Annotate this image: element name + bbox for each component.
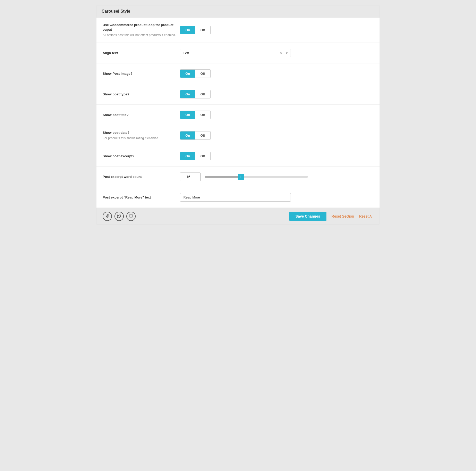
label-title-show-post-type: Show post type? <box>103 92 180 97</box>
footer: Save Changes Reset Section Reset All <box>96 208 380 225</box>
toggle-on-show-post-title[interactable]: On <box>180 111 195 119</box>
control-show-post-type: On Off <box>180 90 373 98</box>
read-more-input[interactable] <box>180 193 291 202</box>
toggle-off-show-post-date[interactable]: Off <box>195 131 210 139</box>
word-count-slider-wrapper: || <box>205 176 308 178</box>
reset-section-button[interactable]: Reset Section <box>332 214 354 218</box>
footer-icons <box>103 212 136 221</box>
twitter-icon-button[interactable] <box>114 212 124 221</box>
setting-label-word-count: Post excerpt word count <box>103 175 180 179</box>
label-title-word-count: Post excerpt word count <box>103 175 180 179</box>
facebook-icon <box>105 214 109 218</box>
word-count-slider-track: || <box>205 176 308 178</box>
plugin-icon-button[interactable] <box>126 212 136 221</box>
toggle-off-show-post-image[interactable]: Off <box>195 70 210 78</box>
control-show-post-title: On Off <box>180 111 373 119</box>
toggle-on-show-post-date[interactable]: On <box>180 131 195 139</box>
svg-rect-0 <box>129 215 133 217</box>
setting-row-show-post-type: Show post type? On Off <box>96 84 380 105</box>
setting-row-read-more: Post excerpt "Read More" text <box>96 187 380 208</box>
select-clear-icon[interactable]: ✕ <box>280 51 283 55</box>
setting-label-woocommerce-loop: Use woocommerce product loop for product… <box>103 23 180 37</box>
select-wrapper-align-text: Left Center Right ✕ ▼ <box>180 49 291 57</box>
save-changes-button[interactable]: Save Changes <box>289 212 326 221</box>
toggle-on-show-post-type[interactable]: On <box>180 90 195 98</box>
label-desc-show-post-date: For products this shows rating if enable… <box>103 136 180 141</box>
toggle-on-woocommerce-loop[interactable]: On <box>180 26 195 34</box>
toggle-show-post-date: On Off <box>180 131 211 140</box>
settings-body: Use woocommerce product loop for product… <box>96 18 380 208</box>
setting-label-show-post-type: Show post type? <box>103 92 180 97</box>
label-title-woocommerce-loop: Use woocommerce product loop for product… <box>103 23 180 32</box>
setting-label-show-post-date: Show post date? For products this shows … <box>103 130 180 141</box>
label-title-show-post-image: Show Post image? <box>103 71 180 76</box>
label-desc-woocommerce-loop: All options past this will not effect pr… <box>103 33 180 37</box>
label-title-align-text: Align text <box>103 51 180 55</box>
control-read-more <box>180 193 373 202</box>
toggle-off-woocommerce-loop[interactable]: Off <box>195 26 210 34</box>
setting-row-word-count: Post excerpt word count || <box>96 167 380 187</box>
toggle-off-show-post-type[interactable]: Off <box>195 90 210 98</box>
control-show-post-excerpt: On Off <box>180 152 373 160</box>
setting-label-read-more: Post excerpt "Read More" text <box>103 195 180 200</box>
toggle-woocommerce-loop: On Off <box>180 26 211 34</box>
control-show-post-image: On Off <box>180 69 373 78</box>
control-show-post-date: On Off <box>180 131 373 140</box>
section-header: Carousel Style <box>96 5 380 18</box>
setting-row-show-post-date: Show post date? For products this shows … <box>96 125 380 146</box>
label-title-show-post-date: Show post date? <box>103 130 180 135</box>
setting-row-show-post-excerpt: Show post excerpt? On Off <box>96 146 380 167</box>
settings-container: Carousel Style Use woocommerce product l… <box>96 5 380 225</box>
reset-all-button[interactable]: Reset All <box>359 214 373 218</box>
setting-row-woocommerce-loop: Use woocommerce product loop for product… <box>96 18 380 43</box>
slider-handle-icon: || <box>240 175 241 178</box>
label-title-show-post-excerpt: Show post excerpt? <box>103 154 180 159</box>
control-word-count: || <box>180 172 373 181</box>
plugin-icon <box>129 214 133 218</box>
setting-label-show-post-title: Show post title? <box>103 113 180 117</box>
toggle-show-post-type: On Off <box>180 90 211 98</box>
twitter-icon <box>117 214 121 218</box>
label-title-show-post-title: Show post title? <box>103 113 180 117</box>
word-count-input[interactable] <box>180 172 201 181</box>
setting-label-show-post-image: Show Post image? <box>103 71 180 76</box>
toggle-show-post-image: On Off <box>180 69 211 78</box>
control-woocommerce-loop: On Off <box>180 26 373 34</box>
toggle-show-post-title: On Off <box>180 111 211 119</box>
setting-label-show-post-excerpt: Show post excerpt? <box>103 154 180 159</box>
setting-row-align-text: Align text Left Center Right ✕ ▼ <box>96 43 380 63</box>
toggle-off-show-post-title[interactable]: Off <box>195 111 210 119</box>
footer-actions: Save Changes Reset Section Reset All <box>289 212 373 221</box>
toggle-off-show-post-excerpt[interactable]: Off <box>195 152 210 160</box>
setting-row-show-post-image: Show Post image? On Off <box>96 63 380 84</box>
facebook-icon-button[interactable] <box>103 212 112 221</box>
toggle-on-show-post-image[interactable]: On <box>180 70 195 78</box>
word-count-slider-fill <box>205 176 241 178</box>
setting-row-show-post-title: Show post title? On Off <box>96 105 380 125</box>
word-count-slider-handle[interactable]: || <box>238 174 244 180</box>
section-title: Carousel Style <box>102 9 374 14</box>
control-align-text: Left Center Right ✕ ▼ <box>180 49 373 57</box>
label-title-read-more: Post excerpt "Read More" text <box>103 195 180 200</box>
toggle-show-post-excerpt: On Off <box>180 152 211 160</box>
toggle-on-show-post-excerpt[interactable]: On <box>180 152 195 160</box>
select-align-text[interactable]: Left Center Right <box>180 49 291 57</box>
setting-label-align-text: Align text <box>103 51 180 55</box>
